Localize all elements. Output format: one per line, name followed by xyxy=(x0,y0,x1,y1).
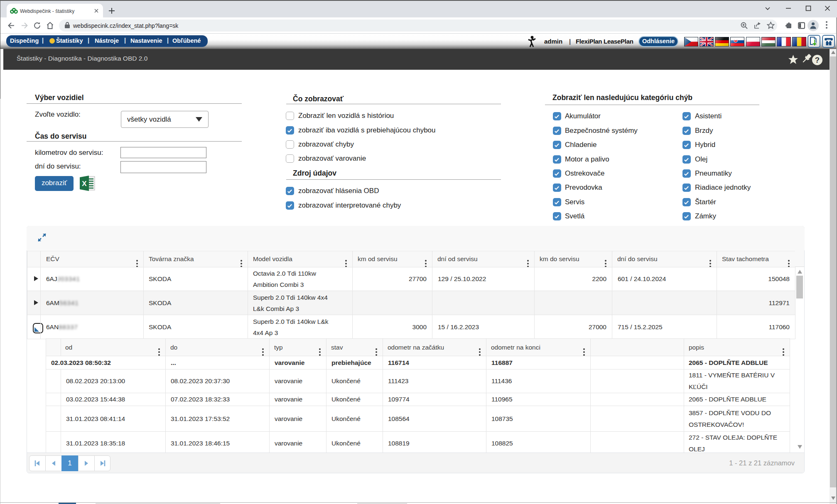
svg-text:?: ? xyxy=(815,56,820,64)
svg-text:X: X xyxy=(82,180,87,188)
